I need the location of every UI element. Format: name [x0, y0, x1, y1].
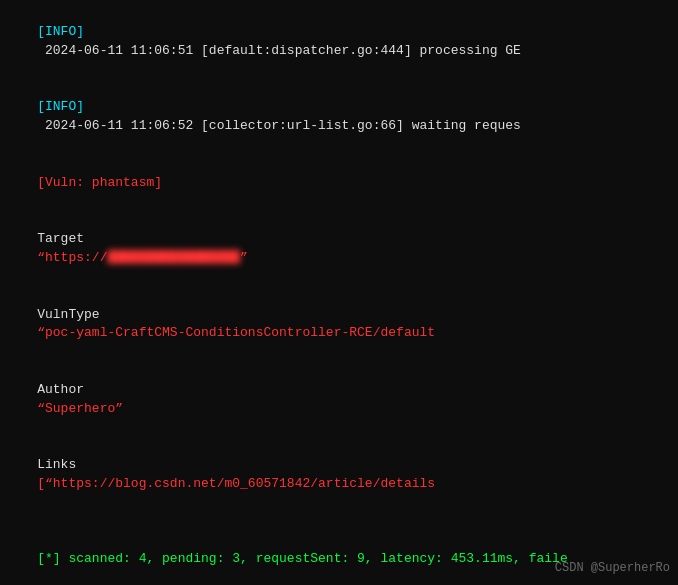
log-level: [INFO] — [37, 24, 84, 39]
log-line: [INFO] 2024-06-11 11:06:51 [default:disp… — [6, 4, 672, 79]
log-text: 2024-06-11 11:06:52 [collector:url-list.… — [37, 118, 521, 133]
field-value: “poc-yaml-CraftCMS-ConditionsController-… — [37, 325, 435, 340]
field-label: Author — [37, 382, 115, 397]
log-line: [INFO] 2024-06-11 11:06:52 [collector:ur… — [6, 79, 672, 154]
log-level: [INFO] — [37, 99, 84, 114]
field-label: Target — [37, 231, 115, 246]
field-label: VulnType — [37, 307, 115, 322]
field-vulntype: VulnType “poc-yaml-CraftCMS-ConditionsCo… — [6, 287, 672, 362]
empty-line — [6, 513, 672, 532]
watermark: CSDN @SuperherRo — [555, 560, 670, 577]
log-text: 2024-06-11 11:06:51 [default:dispatcher.… — [37, 43, 521, 58]
field-label: Links — [37, 457, 115, 472]
field-links: Links [“https://blog.csdn.net/m0_6057184… — [6, 437, 672, 512]
terminal: [INFO] 2024-06-11 11:06:51 [default:disp… — [0, 0, 678, 585]
field-author: Author “Superhero” — [6, 362, 672, 437]
scan-status-text: [*] scanned: 4, pending: 3, requestSent:… — [37, 551, 568, 566]
field-target: Target “https://█████████████████” — [6, 211, 672, 286]
vuln-label: [Vuln: phantasm] — [6, 155, 672, 212]
field-value: “Superhero” — [37, 401, 123, 416]
field-value: “https://█████████████████” — [37, 250, 248, 265]
field-value: [“https://blog.csdn.net/m0_60571842/arti… — [37, 476, 435, 491]
vuln-tag: [Vuln: phantasm] — [37, 175, 162, 190]
